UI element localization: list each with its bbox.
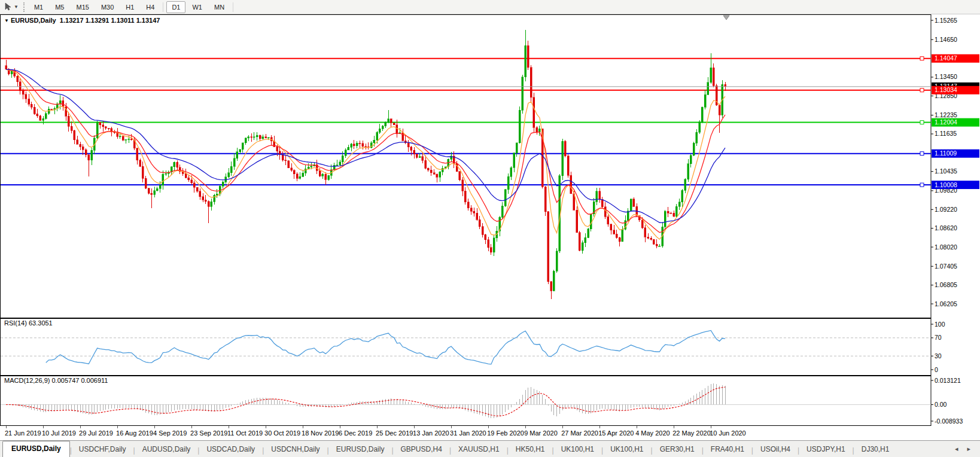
date-label: 29 Jul 2019	[79, 429, 113, 437]
date-label: 18 Nov 2019	[302, 429, 339, 437]
tf-button-w1[interactable]: W1	[187, 1, 208, 13]
date-tick	[488, 426, 489, 428]
tab-usdcad-daily[interactable]: USDCAD,Daily	[199, 443, 262, 457]
tf-button-h1[interactable]: H1	[120, 1, 139, 13]
rsi-axis[interactable]: 10070300	[931, 321, 945, 373]
svg-text:1.14650: 1.14650	[935, 36, 957, 43]
hline-price-label: 1.14047	[932, 54, 979, 63]
svg-text:1.10435: 1.10435	[935, 167, 957, 175]
tab-ger30-h1[interactable]: GER30,H1	[653, 443, 702, 457]
date-label: 27 Mar 2020	[561, 429, 598, 437]
svg-text:1.14047: 1.14047	[935, 54, 957, 62]
svg-text:1.09220: 1.09220	[935, 206, 957, 213]
tab-usdchf-daily[interactable]: USDCHF,Daily	[72, 443, 133, 457]
date-tick	[6, 426, 7, 428]
tab-eurusd-daily[interactable]: EURUSD,Daily	[329, 443, 392, 457]
date-label: 31 Jan 2020	[450, 429, 486, 437]
main-chart-pane[interactable]: 1.152651.146501.134501.128501.122351.116…	[0, 14, 980, 318]
svg-text:1.07405: 1.07405	[935, 263, 957, 270]
date-label: 23 Sep 2019	[190, 429, 227, 437]
date-tick	[451, 426, 452, 428]
svg-text:1.12235: 1.12235	[935, 111, 957, 118]
tab-xauusd-h1[interactable]: XAUUSD,H1	[451, 443, 507, 457]
timeframe-buttons: M1M5M15M30H1H4D1W1MN	[28, 1, 236, 13]
date-axis[interactable]: 21 Jun 201910 Jul 201929 Jul 201916 Aug …	[0, 426, 980, 440]
tab-usdcnh-daily[interactable]: USDCNH,Daily	[264, 443, 327, 457]
date-label: 4 May 2020	[635, 429, 669, 437]
tab-usdjpy-h1[interactable]: USDJPY,H1	[799, 443, 852, 457]
svg-text:1.06205: 1.06205	[935, 300, 957, 307]
tab-scroll-arrows[interactable]: ◂ ▸	[955, 445, 974, 453]
toolbar-separator	[233, 2, 233, 12]
svg-text:0.013121: 0.013121	[935, 377, 961, 384]
tab-dj30-h1[interactable]: DJ30,H1	[854, 443, 897, 457]
cursor-tool-button[interactable]: ▼	[0, 1, 21, 13]
tab-gbpusd-h4[interactable]: GBPUSD,H4	[394, 443, 449, 457]
tf-button-m1[interactable]: M1	[29, 1, 48, 13]
date-tick	[191, 426, 192, 428]
date-tick	[340, 426, 340, 428]
toolbar: ▼ M1M5M15M30H1H4D1W1MN	[0, 0, 980, 14]
toolbar-grip[interactable]	[23, 2, 25, 12]
toolbar-separator	[163, 2, 163, 12]
date-label: 22 May 2020	[672, 429, 711, 437]
date-label: 9 Mar 2020	[524, 429, 558, 437]
svg-text:1.11635: 1.11635	[935, 130, 957, 137]
tf-button-m15[interactable]: M15	[71, 1, 94, 13]
tf-button-m5[interactable]: M5	[50, 1, 69, 13]
date-tick	[117, 426, 118, 428]
date-tick	[414, 426, 415, 428]
dropdown-caret-icon[interactable]: ▼	[14, 4, 19, 10]
svg-text:0.00: 0.00	[935, 401, 947, 408]
tab-usoil-h4[interactable]: USOil,H4	[753, 443, 798, 457]
hline-price-label: 1.10008	[932, 181, 979, 189]
date-label: 30 Oct 2019	[264, 429, 300, 437]
date-tick	[674, 426, 674, 428]
date-label: 13 Jan 2020	[413, 429, 449, 437]
svg-text:0: 0	[935, 366, 938, 373]
tab-eurusd-daily[interactable]: EURUSD,Daily	[2, 441, 70, 457]
svg-text:30: 30	[935, 352, 942, 359]
svg-text:1.11009: 1.11009	[935, 150, 957, 157]
date-tick	[711, 426, 711, 428]
tab-hk50-h1[interactable]: HK50,H1	[509, 443, 552, 457]
tab-uk100-h1[interactable]: UK100,H1	[603, 443, 650, 457]
date-label: 15 Apr 2020	[598, 429, 634, 437]
date-tick	[229, 426, 229, 428]
svg-text:-0.008933: -0.008933	[935, 418, 963, 425]
date-label: 11 Oct 2019	[227, 429, 263, 437]
svg-text:100: 100	[935, 321, 945, 328]
svg-text:1.15265: 1.15265	[935, 17, 957, 24]
svg-text:1.08620: 1.08620	[935, 224, 957, 231]
tf-button-mn[interactable]: MN	[209, 1, 230, 13]
tab-audusd-daily[interactable]: AUDUSD,Daily	[135, 443, 198, 457]
svg-text:1.13034: 1.13034	[935, 86, 957, 93]
date-tick	[154, 426, 155, 428]
tf-button-h4[interactable]: H4	[141, 1, 160, 13]
date-label: 10 Jul 2019	[42, 429, 76, 437]
svg-text:1.08020: 1.08020	[935, 243, 957, 251]
tf-button-m30[interactable]: M30	[96, 1, 119, 13]
tf-button-d1[interactable]: D1	[166, 1, 185, 13]
date-tick	[637, 426, 637, 428]
hline-price-label: 1.13034	[932, 86, 979, 95]
hline-price-label: 1.12004	[932, 118, 979, 127]
tab-uk100-h1[interactable]: UK100,H1	[554, 443, 601, 457]
date-label: 16 Aug 2019	[116, 429, 153, 437]
chart-tabs-bar: EURUSD,Daily|USDCHF,Daily|AUDUSD,Daily|U…	[0, 440, 980, 457]
date-tick	[562, 426, 563, 428]
svg-text:1.06805: 1.06805	[935, 281, 957, 288]
date-label: 25 Dec 2019	[376, 429, 413, 437]
svg-text:1.13450: 1.13450	[935, 73, 957, 80]
date-label: 4 Sep 2019	[153, 429, 187, 437]
tab-fra40-h1[interactable]: FRA40,H1	[704, 443, 751, 457]
macd-indicator-pane[interactable]: 0.0131210.00-0.008933	[0, 376, 980, 426]
svg-text:1.10008: 1.10008	[935, 181, 957, 188]
hline-price-label: 1.11009	[932, 150, 979, 158]
trading-platform-window: ▼ M1M5M15M30H1H4D1W1MN 1.152651.146501.1…	[0, 0, 980, 457]
date-label: 21 Jun 2019	[5, 429, 41, 437]
rsi-indicator-pane[interactable]: 10070300	[0, 318, 980, 376]
macd-axis[interactable]: 0.0131210.00-0.008933	[931, 377, 963, 425]
date-tick	[266, 426, 266, 428]
date-tick	[43, 426, 44, 428]
